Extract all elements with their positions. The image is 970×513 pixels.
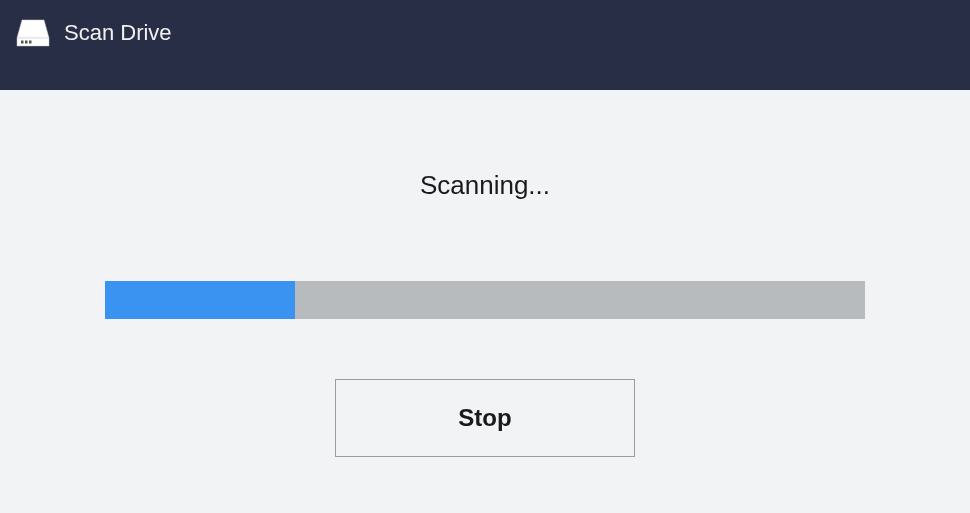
drive-icon bbox=[16, 18, 50, 48]
svg-rect-1 bbox=[21, 41, 24, 44]
app-title: Scan Drive bbox=[64, 18, 172, 48]
svg-rect-3 bbox=[29, 41, 32, 44]
svg-rect-2 bbox=[25, 41, 28, 44]
scan-status-text: Scanning... bbox=[420, 170, 550, 201]
progress-bar bbox=[105, 281, 865, 319]
app-header: Scan Drive bbox=[0, 0, 970, 90]
stop-button[interactable]: Stop bbox=[335, 379, 635, 457]
main-content: Scanning... Stop bbox=[0, 90, 970, 457]
progress-bar-fill bbox=[105, 281, 295, 319]
